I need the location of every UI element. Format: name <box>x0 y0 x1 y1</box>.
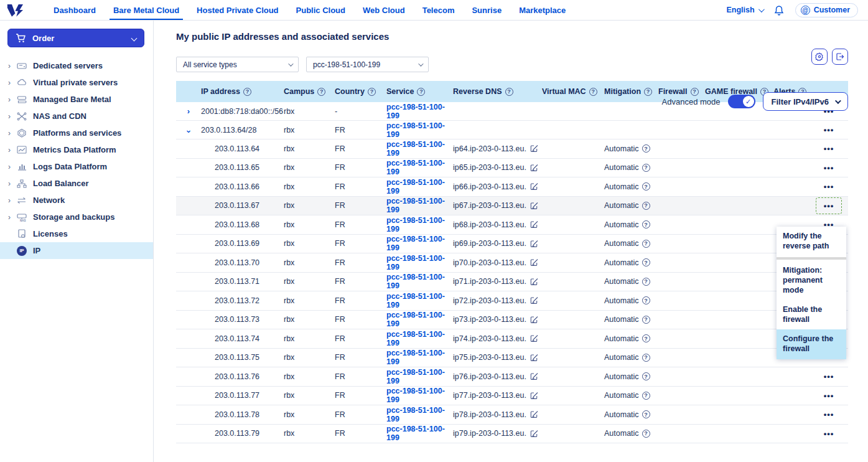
service-type-select[interactable]: All service types <box>176 57 299 72</box>
chevron-right-icon[interactable]: › <box>5 179 14 188</box>
nav-item-dashboard[interactable]: Dashboard <box>45 0 105 20</box>
chevron-down-icon[interactable]: ⌄ <box>185 125 192 134</box>
service-link[interactable]: pcc-198-51-100-199 <box>386 387 445 404</box>
service-link[interactable]: pcc-198-51-100-199 <box>386 292 445 309</box>
help-circle-icon[interactable]: ? <box>642 258 650 266</box>
nav-item-hosted-private-cloud[interactable]: Hosted Private Cloud <box>188 0 287 20</box>
notifications-bell-icon[interactable] <box>774 5 784 16</box>
edit-pencil-icon[interactable] <box>530 240 539 248</box>
sidebar-item-dedicated-servers[interactable]: ›Dedicated servers <box>0 57 153 74</box>
row-actions-button[interactable]: ••• <box>816 370 842 382</box>
edit-pencil-icon[interactable] <box>530 430 539 438</box>
language-selector[interactable]: English <box>727 6 763 14</box>
edit-pencil-icon[interactable] <box>530 144 539 153</box>
help-circle-icon[interactable]: ? <box>243 88 251 96</box>
edit-pencil-icon[interactable] <box>530 392 539 400</box>
help-circle-icon[interactable]: ? <box>642 296 650 304</box>
chevron-right-icon[interactable]: › <box>5 62 14 70</box>
context-menu-item-enable-the-firewall[interactable]: Enable the firewall <box>777 300 846 329</box>
chevron-right-icon[interactable]: › <box>5 163 14 171</box>
context-menu-item-modify-the-reverse-path[interactable]: Modify the reverse path <box>777 227 846 256</box>
edit-pencil-icon[interactable] <box>530 164 539 172</box>
help-circle-icon[interactable]: ? <box>644 88 652 96</box>
row-actions-button[interactable]: ••• <box>816 143 842 154</box>
service-link[interactable]: pcc-198-51-100-199 <box>386 159 445 176</box>
row-actions-button[interactable]: ••• <box>816 428 842 440</box>
nav-item-marketplace[interactable]: Marketplace <box>510 0 574 20</box>
chevron-right-icon[interactable]: › <box>5 196 14 205</box>
help-circle-icon[interactable]: ? <box>642 278 650 286</box>
edit-pencil-icon[interactable] <box>530 354 539 362</box>
help-circle-icon[interactable]: ? <box>642 392 650 400</box>
sidebar-item-metrics-data-platform[interactable]: ›Metrics Data Platform <box>0 141 153 158</box>
edit-pencil-icon[interactable] <box>530 334 539 342</box>
service-link[interactable]: pcc-198-51-100-199 <box>386 103 445 120</box>
sidebar-item-managed-bare-metal[interactable]: ›Managed Bare Metal <box>0 91 153 108</box>
help-circle-icon[interactable]: ? <box>368 88 376 96</box>
order-button[interactable]: Order <box>7 29 144 47</box>
help-circle-icon[interactable]: ? <box>642 354 650 362</box>
edit-pencil-icon[interactable] <box>530 372 539 380</box>
chevron-right-icon[interactable]: › <box>5 129 14 138</box>
sidebar-item-logs-data-platform[interactable]: ›Logs Data Platform <box>0 158 153 175</box>
sidebar-item-ip[interactable]: IPIP <box>0 242 153 259</box>
help-circle-icon[interactable]: ? <box>642 182 650 191</box>
edit-pencil-icon[interactable] <box>530 258 539 266</box>
chevron-right-icon[interactable]: › <box>5 146 14 154</box>
row-actions-button[interactable]: ••• <box>816 181 842 192</box>
context-menu-item-mitigation-permanent-mode[interactable]: Mitigation: permanent mode <box>777 261 846 300</box>
service-link[interactable]: pcc-198-51-100-199 <box>386 311 445 328</box>
help-circle-icon[interactable]: ? <box>642 316 650 324</box>
nav-item-telecom[interactable]: Telecom <box>414 0 464 20</box>
service-link[interactable]: pcc-198-51-100-199 <box>386 349 445 366</box>
sidebar-item-platforms-and-services[interactable]: ›Platforms and services <box>0 125 153 141</box>
help-circle-icon[interactable]: ? <box>589 88 597 96</box>
help-circle-icon[interactable]: ? <box>417 88 425 96</box>
sidebar-item-nas-and-cdn[interactable]: ›NAS and CDN <box>0 108 153 125</box>
service-link[interactable]: pcc-198-51-100-199 <box>386 216 445 233</box>
service-link[interactable]: pcc-198-51-100-199 <box>386 197 445 214</box>
service-link[interactable]: pcc-198-51-100-199 <box>386 406 445 423</box>
export-button[interactable] <box>832 49 848 65</box>
help-circle-icon[interactable]: ? <box>642 372 650 380</box>
chevron-right-icon[interactable]: › <box>5 112 14 121</box>
row-actions-button[interactable]: ••• <box>816 197 842 214</box>
help-circle-icon[interactable]: ? <box>642 164 650 172</box>
help-circle-icon[interactable]: ? <box>642 334 650 342</box>
help-circle-icon[interactable]: ? <box>642 220 650 229</box>
edit-pencil-icon[interactable] <box>530 316 539 324</box>
advanced-mode-toggle[interactable]: ✓ <box>728 95 755 108</box>
context-menu-item-configure-the-firewall[interactable]: Configure the firewall <box>777 329 846 359</box>
help-circle-icon[interactable]: ? <box>642 144 650 153</box>
help-circle-icon[interactable]: ? <box>642 410 650 418</box>
sidebar-item-virtual-private-servers[interactable]: ›Virtual private servers <box>0 74 153 91</box>
sidebar-item-licenses[interactable]: Licenses <box>0 225 153 242</box>
row-actions-button[interactable]: ••• <box>816 408 842 420</box>
settings-button[interactable] <box>811 49 828 65</box>
help-circle-icon[interactable]: ? <box>642 202 650 210</box>
service-link[interactable]: pcc-198-51-100-199 <box>386 368 445 385</box>
service-link[interactable]: pcc-198-51-100-199 <box>386 178 445 196</box>
sidebar-item-network[interactable]: ›Network <box>0 192 153 209</box>
edit-pencil-icon[interactable] <box>530 296 539 304</box>
service-select[interactable]: pcc-198-51-100-199 <box>306 57 429 72</box>
service-link[interactable]: pcc-198-51-100-199 <box>386 273 445 290</box>
account-button[interactable]: @ Customer <box>795 3 858 17</box>
service-link[interactable]: pcc-198-51-100-199 <box>386 235 445 252</box>
service-link[interactable]: pcc-198-51-100-199 <box>386 254 445 271</box>
service-link[interactable]: pcc-198-51-100-199 <box>386 425 445 442</box>
chevron-right-icon[interactable]: › <box>187 106 190 116</box>
chevron-right-icon[interactable]: › <box>5 95 14 104</box>
sidebar-item-storage-and-backups[interactable]: ›NASStorage and backups <box>0 209 153 225</box>
filter-ipv4-ipv6-button[interactable]: Filter IPv4/IPv6 <box>763 92 849 111</box>
row-actions-button[interactable]: ••• <box>816 162 842 174</box>
chevron-right-icon[interactable]: › <box>5 78 14 87</box>
help-circle-icon[interactable]: ? <box>317 88 325 96</box>
edit-pencil-icon[interactable] <box>530 410 539 418</box>
service-link[interactable]: pcc-198-51-100-199 <box>386 140 445 158</box>
help-circle-icon[interactable]: ? <box>505 88 513 96</box>
edit-pencil-icon[interactable] <box>530 220 539 229</box>
row-actions-button[interactable]: ••• <box>816 124 842 136</box>
nav-item-web-cloud[interactable]: Web Cloud <box>354 0 414 20</box>
edit-pencil-icon[interactable] <box>530 278 539 286</box>
